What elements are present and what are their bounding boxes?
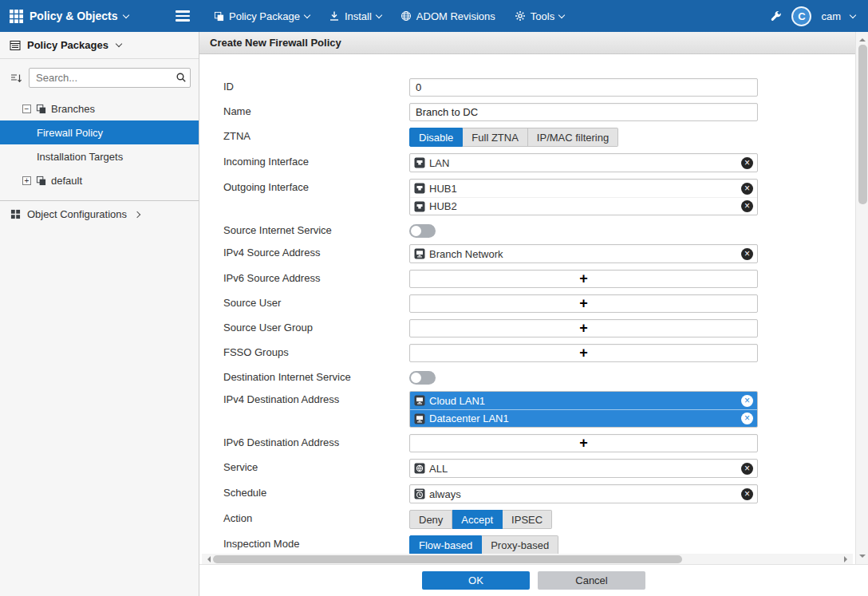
service-item-all[interactable]: ALL× — [410, 460, 757, 477]
address-icon — [414, 413, 425, 424]
app-title[interactable]: Policy & Objects — [30, 10, 117, 22]
source-internet-service-toggle[interactable] — [409, 224, 436, 238]
form-row-incoming-interface: Incoming InterfaceLAN× — [223, 153, 847, 172]
field-ipv4-source-address: Branch Network× — [409, 244, 758, 263]
form-row-outgoing-interface: Outgoing InterfaceHUB1×HUB2× — [223, 179, 847, 215]
outgoing-interface-item-hub2[interactable]: HUB2× — [410, 197, 757, 215]
sidebar-tree: −BranchesFirewall PolicyInstallation Tar… — [0, 97, 199, 192]
inspection-mode-segmented: Flow-basedProxy-based — [409, 535, 558, 554]
destination-internet-service-toggle[interactable] — [409, 371, 436, 385]
horizontal-scrollbar-thumb[interactable] — [213, 555, 682, 563]
policy-packages-icon — [10, 40, 21, 51]
id-input[interactable] — [409, 78, 758, 97]
ztna-option-ip-mac-filtering[interactable]: IP/MAC filtering — [528, 128, 618, 147]
scroll-left-icon[interactable] — [204, 556, 211, 562]
scroll-down-icon[interactable] — [859, 555, 866, 561]
vertical-scrollbar-thumb[interactable] — [858, 45, 867, 204]
ipv4-destination-address-item-datacenter-lan1[interactable]: Datacenter LAN1× — [410, 409, 757, 427]
field-label-incoming-interface: Incoming Interface — [223, 153, 409, 168]
ok-button[interactable]: OK — [422, 571, 530, 590]
remove-icon[interactable]: × — [741, 183, 753, 195]
toggle-knob — [411, 373, 421, 383]
schedule-box: always× — [409, 484, 758, 503]
form-row-fsso-groups: FSSO Groups+ — [223, 344, 847, 362]
user-name[interactable]: cam — [821, 10, 841, 22]
action-option-accept[interactable]: Accept — [452, 510, 503, 529]
expand-icon[interactable]: + — [22, 176, 31, 185]
package-icon — [36, 176, 46, 186]
field-label-ztna: ZTNA — [223, 128, 409, 142]
collapse-icon[interactable]: − — [22, 105, 31, 113]
menu-tools[interactable]: Tools — [515, 10, 564, 22]
search-icon[interactable] — [176, 72, 187, 83]
inspection-mode-option-flow-based[interactable]: Flow-based — [409, 535, 482, 554]
sidebar-item-label: default — [51, 175, 82, 187]
sidebar: Policy Packages −BranchesFirewall Policy… — [0, 32, 199, 596]
sidebar-item-object-configurations[interactable]: Object Configurations — [0, 200, 199, 227]
chevron-down-icon — [850, 11, 856, 18]
chevron-down-icon — [123, 11, 129, 18]
search-wrap — [29, 68, 191, 88]
remove-icon[interactable]: × — [741, 157, 753, 169]
ztna-option-disable[interactable]: Disable — [409, 128, 463, 147]
remove-icon[interactable]: × — [741, 412, 753, 424]
remove-icon[interactable]: × — [741, 395, 753, 407]
ipv6-destination-address-add[interactable]: + — [409, 434, 758, 452]
sidebar-item-firewall-policy[interactable]: Firewall Policy — [0, 120, 199, 144]
sidebar-collapse-icon[interactable] — [176, 10, 190, 22]
remove-icon[interactable]: × — [741, 488, 753, 500]
menu-install[interactable]: Install — [329, 10, 381, 22]
interface-icon — [414, 157, 425, 168]
ipv4-source-address-item-branch-network[interactable]: Branch Network× — [410, 245, 757, 262]
inspection-mode-option-proxy-based[interactable]: Proxy-based — [482, 535, 558, 554]
name-input[interactable] — [409, 103, 758, 121]
fsso-groups-add[interactable]: + — [409, 344, 758, 362]
remove-icon[interactable]: × — [741, 248, 753, 260]
sort-icon[interactable] — [10, 72, 22, 85]
remove-icon[interactable]: × — [741, 200, 753, 212]
search-input[interactable] — [29, 68, 191, 88]
source-user-add[interactable]: + — [409, 294, 758, 313]
sidebar-header[interactable]: Policy Packages — [0, 32, 199, 59]
wrench-icon[interactable] — [770, 10, 782, 22]
interface-icon — [414, 183, 425, 194]
scroll-right-icon[interactable] — [844, 556, 850, 562]
menu-label: Tools — [531, 10, 554, 22]
menu-adom-revisions[interactable]: ADOM Revisions — [400, 10, 495, 22]
field-label-source-user-group: Source User Group — [223, 319, 409, 334]
field-label-fsso-groups: FSSO Groups — [223, 344, 409, 358]
form-footer: OK Cancel — [199, 564, 868, 596]
source-user-group-add[interactable]: + — [409, 319, 758, 337]
interface-icon — [414, 201, 425, 212]
action-option-ipsec[interactable]: IPSEC — [503, 510, 552, 529]
vertical-scrollbar[interactable] — [855, 32, 868, 564]
field-source-internet-service — [409, 222, 758, 238]
scroll-up-icon[interactable] — [859, 35, 866, 41]
ipv6-source-address-add[interactable]: + — [409, 270, 758, 288]
ipv4-destination-address-item-cloud-lan1[interactable]: Cloud LAN1× — [410, 392, 757, 409]
ztna-option-full-ztna[interactable]: Full ZTNA — [463, 128, 528, 147]
menu-policy-package[interactable]: Policy Package — [214, 10, 310, 22]
field-action: DenyAcceptIPSEC — [409, 510, 758, 529]
incoming-interface-item-lan[interactable]: LAN× — [410, 154, 757, 172]
horizontal-scrollbar[interactable] — [202, 554, 853, 564]
topbar-menus: Policy PackageInstallADOM RevisionsTools — [214, 10, 564, 22]
field-label-action: Action — [223, 510, 409, 524]
app-logo-icon[interactable] — [10, 10, 23, 23]
remove-icon[interactable]: × — [741, 463, 753, 475]
action-option-deny[interactable]: Deny — [409, 510, 452, 529]
schedule-item-always[interactable]: always× — [410, 485, 757, 503]
avatar[interactable]: C — [791, 6, 811, 26]
field-id — [409, 78, 758, 97]
sidebar-item-branches[interactable]: −Branches — [0, 97, 199, 120]
gear-icon — [515, 10, 526, 22]
app-window: Policy & Objects Policy PackageInstallAD… — [0, 0, 868, 596]
sidebar-item-installation-targets[interactable]: Installation Targets — [0, 144, 199, 168]
outgoing-interface-item-hub1[interactable]: HUB1× — [410, 180, 757, 197]
field-label-name: Name — [223, 103, 409, 117]
tag-label: LAN — [429, 157, 737, 169]
field-label-ipv4-destination-address: IPv4 Destination Address — [223, 391, 409, 405]
sidebar-item-default[interactable]: +default — [0, 168, 199, 192]
schedule-icon — [414, 488, 425, 499]
cancel-button[interactable]: Cancel — [538, 571, 645, 590]
